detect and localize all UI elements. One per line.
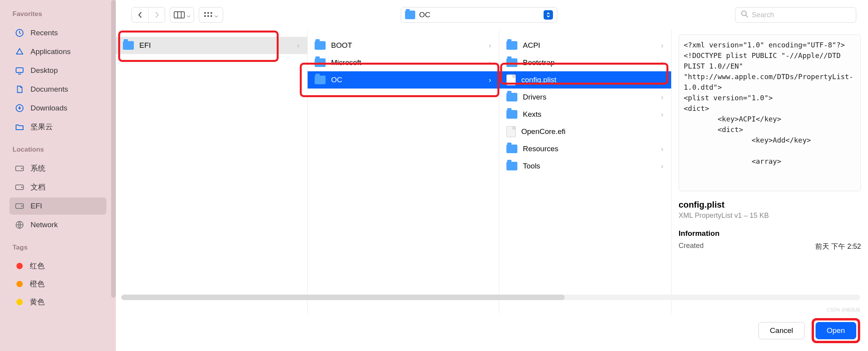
cancel-button[interactable]: Cancel: [758, 322, 804, 339]
group-by[interactable]: ⌵: [199, 7, 223, 23]
chevron-right-icon: ›: [661, 145, 663, 153]
sidebar-item-desktop[interactable]: Desktop: [9, 62, 106, 79]
sidebar-item-label: Desktop: [31, 66, 58, 75]
back-button[interactable]: [132, 7, 148, 22]
doc-icon: [14, 84, 25, 95]
group-icon: ⌵: [199, 7, 223, 22]
bottom-bar: Cancel Open: [116, 313, 868, 351]
svg-rect-1: [16, 68, 23, 72]
locations-heading: Locations: [9, 143, 106, 156]
item-label: config.plist: [521, 76, 663, 84]
horizontal-scrollbar[interactable]: [121, 295, 860, 300]
favorites-heading: Favorites: [9, 8, 106, 20]
sidebar-tag-red[interactable]: 红色: [9, 258, 106, 274]
sidebar-tag-orange[interactable]: 橙色: [9, 276, 106, 292]
sidebar-item-downloads[interactable]: Downloads: [9, 100, 106, 117]
chevron-right-icon: ›: [661, 162, 663, 170]
item-label: EFI: [139, 41, 297, 50]
sidebar-item-documents[interactable]: Documents: [9, 81, 106, 98]
annotation-box: Open: [812, 318, 860, 343]
svg-rect-10: [174, 12, 184, 18]
sidebar-item-label: Applications: [31, 47, 70, 56]
preview-filename: config.plist: [679, 200, 861, 210]
sidebar-item-recents[interactable]: Recents: [9, 24, 106, 42]
view-group[interactable]: ⌵: [170, 7, 194, 23]
sidebar-item-label: Recents: [31, 29, 58, 37]
sidebar-item-label: 红色: [30, 261, 45, 271]
column-2: BOOT › Microsoft › OC ›: [308, 30, 499, 351]
forward-button[interactable]: [148, 7, 165, 22]
sidebar-item-label: 文档: [31, 182, 45, 192]
sidebar-item-label: 橙色: [30, 279, 45, 289]
file-icon: [506, 74, 516, 85]
svg-rect-13: [211, 12, 212, 14]
sidebar-item-label: Documents: [31, 85, 68, 94]
folder-icon: [315, 76, 326, 84]
sidebar-item-label: Network: [31, 221, 58, 229]
list-item[interactable]: Drivers›: [499, 89, 671, 106]
sidebar-item-system[interactable]: 系统: [9, 160, 106, 177]
folder-icon: [405, 11, 415, 19]
item-label: OpenCore.efi: [521, 127, 663, 136]
list-item[interactable]: Microsoft ›: [308, 54, 499, 71]
folder-icon: [315, 58, 326, 67]
chevron-right-icon: ›: [661, 42, 663, 50]
item-label: Tools: [523, 162, 661, 170]
info-value: 前天 下午 2:52: [815, 242, 861, 251]
search-box[interactable]: [735, 7, 856, 23]
folder-icon: [506, 41, 517, 50]
list-item[interactable]: Tools›: [499, 157, 671, 175]
list-item[interactable]: OpenCore.efi: [499, 123, 671, 140]
sidebar-item-jianguoyun[interactable]: 坚果云: [9, 118, 106, 136]
sidebar-item-label: 坚果云: [31, 122, 53, 132]
folder-icon: [14, 121, 25, 132]
folder-icon: [506, 162, 517, 170]
svg-rect-12: [207, 12, 209, 14]
tag-dot-icon: [16, 299, 23, 305]
search-input[interactable]: [752, 11, 850, 19]
tag-dot-icon: [16, 263, 23, 269]
list-item[interactable]: BOOT ›: [308, 37, 499, 54]
list-item[interactable]: Kexts›: [499, 106, 671, 123]
sidebar-item-label: 黄色: [30, 297, 45, 307]
sidebar-item-efi[interactable]: EFI: [9, 197, 106, 215]
folder-icon: [506, 58, 517, 67]
path-label: OC: [419, 11, 540, 19]
chevron-right-icon: ›: [661, 110, 663, 119]
tags-heading: Tags: [9, 241, 106, 254]
columns-browser: EFI › BOOT › Microsoft ›: [116, 30, 868, 351]
disk-icon: [14, 163, 25, 174]
sidebar-item-network[interactable]: Network: [9, 216, 106, 233]
sidebar-tag-yellow[interactable]: 黄色: [9, 294, 106, 310]
list-item[interactable]: Resources›: [499, 140, 671, 157]
path-selector[interactable]: OC: [401, 7, 557, 23]
svg-point-17: [742, 11, 746, 16]
sidebar-item-wendang[interactable]: 文档: [9, 179, 106, 196]
svg-point-4: [22, 168, 22, 169]
chevron-right-icon: ›: [489, 42, 491, 50]
svg-rect-11: [204, 12, 206, 14]
list-item[interactable]: config.plist: [499, 71, 671, 89]
column-3: ACPI› Bootstrap› config.plist Drivers› K…: [499, 30, 672, 351]
svg-point-8: [22, 206, 22, 206]
chevron-right-icon: ›: [489, 76, 491, 84]
sidebar-item-label: EFI: [31, 202, 42, 210]
list-item[interactable]: Bootstrap›: [499, 54, 671, 71]
watermark: CSDN @晓风残: [827, 307, 860, 313]
scrollbar-thumb[interactable]: [121, 295, 565, 300]
column-1: EFI ›: [116, 30, 308, 351]
list-item[interactable]: EFI ›: [116, 37, 307, 54]
preview-content: <?xml version="1.0" encoding="UTF-8"?> <…: [679, 34, 861, 191]
sidebar-scrollbar[interactable]: [111, 0, 116, 298]
svg-rect-16: [211, 15, 212, 17]
sidebar-item-label: Downloads: [31, 104, 67, 112]
open-button[interactable]: Open: [816, 322, 856, 339]
item-label: Microsoft: [331, 58, 489, 67]
tag-dot-icon: [16, 281, 23, 287]
list-item[interactable]: OC ›: [308, 71, 499, 89]
folder-icon: [506, 110, 517, 119]
list-item[interactable]: ACPI›: [499, 37, 671, 54]
item-label: ACPI: [523, 41, 661, 50]
sidebar-item-applications[interactable]: Applications: [9, 43, 106, 60]
disk-icon: [14, 201, 25, 212]
